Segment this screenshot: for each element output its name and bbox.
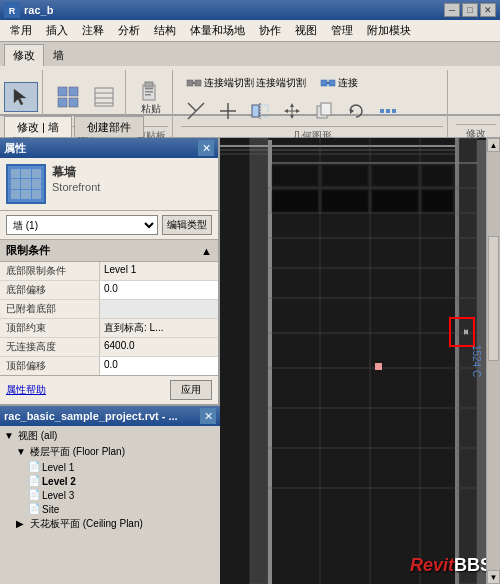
browser-title-bar: rac_basic_sample_project.rvt - ... ✕	[0, 406, 220, 426]
connect-label: 连接	[338, 76, 358, 90]
prop-label-4: 无连接高度	[0, 338, 100, 356]
tool-tab-modify-wall[interactable]: 修改 | 墙	[4, 116, 72, 137]
prop-value-5[interactable]: 0.0	[100, 357, 218, 375]
type-cell-5	[21, 179, 30, 188]
properties-close-btn[interactable]: ✕	[198, 140, 214, 156]
tool-tab-create-part[interactable]: 创建部件	[74, 116, 144, 137]
prop-value-0[interactable]: Level 1	[100, 262, 218, 280]
menu-item-view[interactable]: 视图	[289, 21, 323, 40]
maximize-btn[interactable]: □	[462, 3, 478, 17]
svg-rect-17	[195, 80, 201, 86]
app-icon: R	[4, 2, 20, 18]
browser-item-level3[interactable]: 📄 Level 3	[0, 488, 220, 502]
scroll-down-btn[interactable]: ▼	[487, 570, 500, 584]
svg-rect-3	[58, 87, 67, 96]
svg-rect-65	[272, 165, 318, 186]
prop-value-1[interactable]: 0.0	[100, 281, 218, 299]
connect-cut-btn[interactable]: 连接端切割 连接端切割	[181, 72, 311, 94]
browser-title: rac_basic_sample_project.rvt - ...	[4, 410, 178, 422]
prop-label-2: 已附着底部	[0, 300, 100, 318]
menu-item-massing[interactable]: 体量和场地	[184, 21, 251, 40]
minimize-btn[interactable]: ─	[444, 3, 460, 17]
svg-marker-30	[290, 115, 294, 119]
menu-item-manage[interactable]: 管理	[325, 21, 359, 40]
browser-item-level1[interactable]: 📄 Level 1	[0, 460, 220, 474]
edit-type-btn[interactable]: 编辑类型	[162, 215, 212, 235]
menu-bar: 常用 插入 注释 分析 结构 体量和场地 协作 视图 管理 附加模块	[0, 20, 500, 42]
scroll-thumb[interactable]	[488, 236, 499, 361]
menu-item-addins[interactable]: 附加模块	[361, 21, 417, 40]
menu-item-insert[interactable]: 插入	[40, 21, 74, 40]
prop-label-0: 底部限制条件	[0, 262, 100, 280]
paste-btn[interactable]: 粘贴	[134, 75, 168, 119]
panel-instance: 墙 (1) 编辑类型	[0, 211, 218, 240]
vertical-scrollbar[interactable]: ▲ ▼	[486, 138, 500, 584]
props-section-constraints[interactable]: 限制条件 ▲	[0, 240, 218, 262]
scroll-up-btn[interactable]: ▲	[487, 138, 500, 152]
menu-item-common[interactable]: 常用	[4, 21, 38, 40]
prop-value-4[interactable]: 6400.0	[100, 338, 218, 356]
mirror-btn[interactable]	[245, 98, 275, 124]
mirror-icon	[250, 101, 270, 121]
copy-btn[interactable]	[309, 98, 339, 124]
svg-marker-2	[14, 89, 26, 105]
svg-rect-46	[268, 140, 272, 584]
prop-value-3[interactable]: 直到标高: L...	[100, 319, 218, 337]
trim-btn[interactable]	[181, 98, 211, 124]
browser-level1-label: Level 1	[42, 462, 74, 473]
browser-item-views[interactable]: ▼ 视图 (all)	[0, 428, 220, 444]
select-btn[interactable]	[4, 82, 38, 112]
prop-label-3: 顶部约束	[0, 319, 100, 337]
svg-rect-69	[272, 190, 318, 212]
split-btn[interactable]	[213, 98, 243, 124]
scroll-track[interactable]	[487, 152, 500, 570]
svg-rect-4	[69, 87, 78, 96]
ribbon-tabs: 修改 墙	[0, 42, 500, 66]
revit-text: Revit	[410, 555, 454, 575]
move-btn[interactable]	[277, 98, 307, 124]
svg-rect-19	[321, 80, 327, 86]
browser-item-ceiling-plan[interactable]: ▶ 天花板平面 (Ceiling Plan)	[0, 516, 220, 532]
svg-text:R: R	[9, 6, 16, 16]
browser-site-label: Site	[42, 504, 59, 515]
connect-btn[interactable]: 连接	[315, 72, 363, 94]
folder-open-icon-2: ▼	[16, 446, 28, 458]
ribbon-tab-wall[interactable]: 墙	[44, 44, 73, 66]
close-btn[interactable]: ✕	[480, 3, 496, 17]
drawing-canvas	[220, 138, 500, 584]
properties-small-btn[interactable]	[87, 82, 121, 112]
svg-rect-66	[322, 165, 368, 186]
ribbon-tab-modify[interactable]: 修改	[4, 44, 44, 66]
folder-open-icon: ▼	[4, 430, 16, 442]
array-btn[interactable]	[373, 98, 403, 124]
type-cell-4	[11, 179, 20, 188]
prop-label-5: 顶部偏移	[0, 357, 100, 375]
prop-row-base-offset: 底部偏移 0.0	[0, 281, 218, 300]
menu-item-annotate[interactable]: 注释	[76, 21, 110, 40]
svg-rect-38	[380, 109, 384, 113]
browser-item-level2[interactable]: 📄 Level 2	[0, 474, 220, 488]
svg-rect-5	[58, 98, 67, 107]
properties-scroll[interactable]: 限制条件 ▲ 底部限制条件 Level 1 底部偏移 0.0 已附着底部	[0, 240, 218, 375]
properties-help-link[interactable]: 属性帮助	[6, 383, 46, 397]
menu-item-collaborate[interactable]: 协作	[253, 21, 287, 40]
browser-level3-label: Level 3	[42, 490, 74, 501]
apply-btn[interactable]: 应用	[170, 380, 212, 400]
menu-item-analyze[interactable]: 分析	[112, 21, 146, 40]
browser-item-floor-plan[interactable]: ▼ 楼层平面 (Floor Plan)	[0, 444, 220, 460]
panel-footer: 属性帮助 应用	[0, 375, 218, 404]
svg-rect-39	[386, 109, 390, 113]
menu-item-structure[interactable]: 结构	[148, 21, 182, 40]
rotate-btn[interactable]	[341, 98, 371, 124]
properties-title-bar: 属性 ✕	[0, 138, 218, 158]
instance-select[interactable]: 墙 (1)	[6, 215, 158, 235]
svg-rect-16	[187, 80, 193, 86]
svg-rect-74	[375, 363, 382, 370]
canvas-area: 1524 C RevitBBS ▲ ▼	[220, 138, 500, 584]
browser-item-site[interactable]: 📄 Site	[0, 502, 220, 516]
browser-close-btn[interactable]: ✕	[200, 408, 216, 424]
prop-value-2[interactable]	[100, 300, 218, 318]
modify-tools	[181, 98, 403, 124]
svg-rect-49	[455, 138, 459, 584]
properties-btn[interactable]	[51, 82, 85, 112]
